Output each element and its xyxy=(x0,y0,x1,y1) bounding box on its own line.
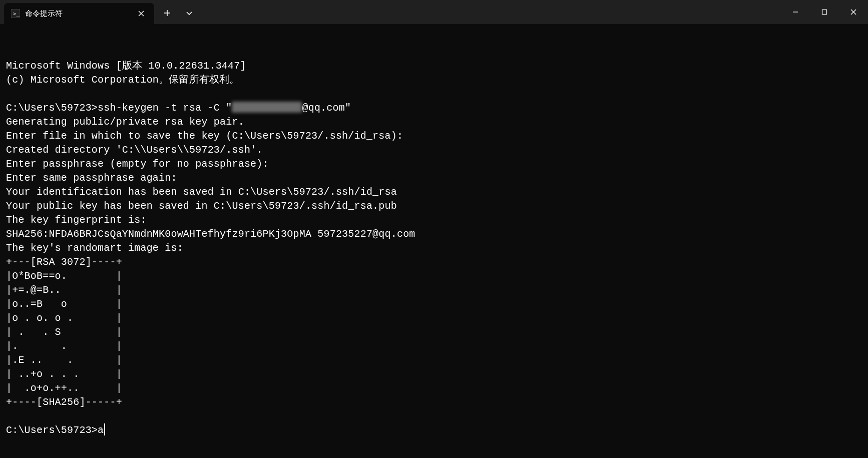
titlebar: >_ 命令提示符 xyxy=(0,0,868,24)
window-close-button[interactable] xyxy=(839,0,868,24)
minimize-button[interactable] xyxy=(781,0,810,24)
minimize-icon xyxy=(792,9,798,15)
redacted-email-prefix xyxy=(232,102,302,113)
close-icon xyxy=(850,9,856,15)
maximize-button[interactable] xyxy=(810,0,839,24)
chevron-down-icon xyxy=(186,10,193,17)
titlebar-drag-region[interactable] xyxy=(200,0,781,24)
window-controls xyxy=(781,0,868,24)
tabbar-buttons xyxy=(156,0,200,24)
terminal-output: Microsoft Windows [版本 10.0.22631.3447] (… xyxy=(6,59,862,437)
cmd-icon: >_ xyxy=(11,9,20,18)
new-tab-button[interactable] xyxy=(156,3,178,23)
svg-rect-7 xyxy=(822,10,827,15)
prompt-line[interactable]: C:\Users\59723>a xyxy=(6,424,105,436)
terminal-viewport[interactable]: Microsoft Windows [版本 10.0.22631.3447] (… xyxy=(0,24,868,458)
tab-dropdown-button[interactable] xyxy=(178,3,200,23)
tab-close-button[interactable] xyxy=(134,7,148,21)
plus-icon xyxy=(164,10,171,17)
command-line: C:\Users\59723>ssh-keygen -t rsa -C "@qq… xyxy=(6,102,351,114)
tab-title: 命令提示符 xyxy=(25,9,129,19)
svg-text:>_: >_ xyxy=(13,11,20,17)
close-icon xyxy=(138,11,144,17)
text-cursor xyxy=(104,423,105,435)
active-tab[interactable]: >_ 命令提示符 xyxy=(4,3,154,24)
maximize-icon xyxy=(821,9,827,15)
